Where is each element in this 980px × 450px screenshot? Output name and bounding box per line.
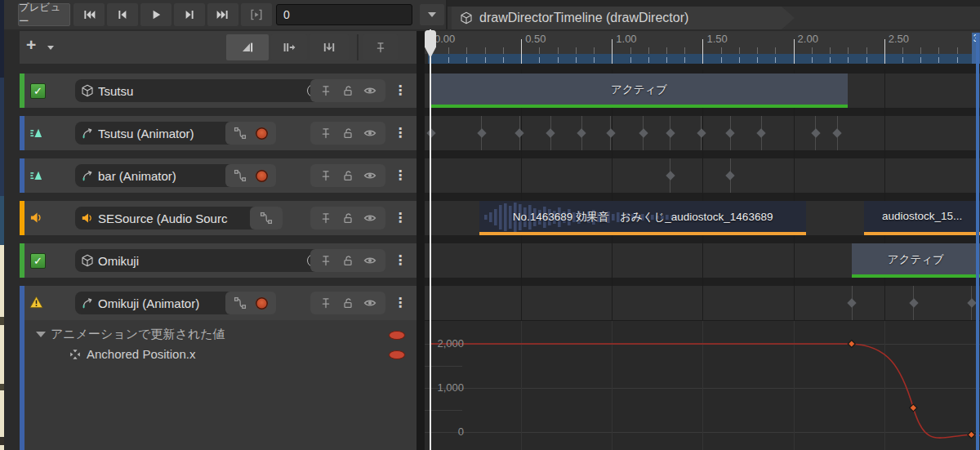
timeline-clip[interactable]: No.1463689 効果音 おみくじ_audiostock_1463689: [479, 201, 806, 235]
clip-duration-bar: [430, 105, 848, 108]
animation-track-icon: [29, 168, 43, 182]
track-header-tsutsu-animator-[interactable]: Tsutsu (Animator)⋮: [24, 116, 416, 150]
record-button[interactable]: [256, 297, 268, 310]
lock-track-button[interactable]: [341, 169, 354, 182]
play-range-button[interactable]: [241, 3, 272, 26]
playhead-line[interactable]: [430, 29, 431, 450]
track-menu-button[interactable]: ⋮: [394, 252, 407, 268]
play-icon: [149, 8, 163, 21]
preview-toggle-button[interactable]: プレビュー: [18, 3, 70, 26]
range-bar-tick: [684, 57, 685, 63]
track-header-tsutsu[interactable]: ✓Tsutsu⋮: [24, 74, 416, 108]
range-bar-tick: [957, 57, 958, 63]
ruler-minor-tick: [866, 47, 867, 54]
track-name-field[interactable]: Omikuji: [75, 249, 323, 272]
range-bar-tick: [630, 57, 631, 63]
skip-to-end-button[interactable]: [207, 3, 238, 26]
track-active-checkbox[interactable]: ✓: [30, 253, 46, 269]
lock-track-button[interactable]: [341, 212, 354, 225]
track-name-label: Omikuji (Animator): [98, 296, 246, 310]
cube-icon: [81, 84, 94, 97]
mute-track-button[interactable]: [363, 212, 376, 225]
curves-toggle-button[interactable]: [234, 296, 247, 310]
curves-toggle-button[interactable]: [234, 127, 247, 140]
track-name-label: Omikuji: [98, 254, 303, 268]
ruler-minor-tick: [757, 47, 758, 54]
previous-frame-button[interactable]: [107, 3, 138, 26]
track-name-label: SESource (Audio Sourc: [98, 212, 262, 225]
track-menu-button[interactable]: ⋮: [394, 295, 407, 310]
record-button[interactable]: [256, 170, 268, 182]
ruler-minor-tick: [775, 47, 776, 54]
frame-field[interactable]: 0: [276, 4, 412, 25]
lock-track-button[interactable]: [341, 127, 354, 140]
lock-track-button[interactable]: [341, 84, 354, 97]
track-header-bar-animator-[interactable]: bar (Animator)⋮: [24, 158, 416, 193]
vertical-scrollbar[interactable]: [976, 33, 979, 450]
pin-track-button[interactable]: [319, 169, 332, 182]
breadcrumb[interactable]: drawDirectorTimeline (drawDirector): [452, 7, 795, 29]
clip-duration-bar: [852, 274, 980, 278]
record-button[interactable]: [256, 127, 268, 140]
mute-track-button[interactable]: [363, 127, 376, 140]
track-menu-button[interactable]: ⋮: [394, 82, 407, 98]
lock-track-button[interactable]: [341, 296, 354, 310]
track-header-sesource-audio-sourc[interactable]: SESource (Audio Sourc⋮: [24, 201, 416, 235]
mute-track-button[interactable]: [363, 169, 376, 182]
tab-strip: [448, 0, 980, 7]
range-bar-tick: [848, 57, 849, 63]
timeline-clip[interactable]: audiostock_15...: [864, 201, 980, 235]
next-frame-button[interactable]: [174, 3, 205, 26]
range-bar-tick: [576, 57, 577, 63]
frame-dropdown-button[interactable]: [420, 4, 444, 25]
track-menu-button[interactable]: ⋮: [394, 125, 407, 140]
mix-mode-button[interactable]: [226, 34, 269, 60]
pin-track-button[interactable]: [319, 127, 332, 140]
curves-toggle-button[interactable]: [260, 212, 273, 225]
range-bar-tick: [938, 57, 939, 63]
add-track-caret-icon[interactable]: [47, 46, 54, 50]
pin-track-button[interactable]: [319, 212, 332, 225]
track-markers-button[interactable]: [363, 34, 398, 60]
animated-values-group-label[interactable]: アニメーションで更新された値: [51, 327, 225, 342]
mute-track-button[interactable]: [363, 254, 376, 267]
replace-mode-button[interactable]: [310, 34, 349, 60]
ruler-major-tick: [521, 39, 522, 64]
curve-editor[interactable]: 2,0001,0000: [425, 320, 980, 450]
ripple-mode-button[interactable]: [271, 34, 307, 60]
curves-record-group: [225, 122, 276, 145]
range-bar-tick: [666, 57, 667, 63]
track-menu-button[interactable]: ⋮: [394, 210, 407, 225]
mute-track-button[interactable]: [363, 84, 376, 97]
ruler-minor-tick: [830, 47, 831, 54]
track-header-omikuji-animator-[interactable]: Omikuji (Animator)⋮: [24, 286, 416, 320]
pin-track-button[interactable]: [319, 254, 332, 267]
track-header-omikuji[interactable]: ✓Omikuji⋮: [24, 243, 416, 278]
lock-track-button[interactable]: [341, 254, 354, 267]
track-menu-button[interactable]: ⋮: [394, 167, 407, 183]
pin-track-button[interactable]: [319, 296, 332, 310]
play-button[interactable]: [140, 3, 172, 26]
skip-to-start-button[interactable]: [74, 3, 105, 26]
track-options-group: [310, 79, 385, 102]
skip-to-start-icon: [82, 8, 96, 21]
range-bar-tick: [485, 57, 486, 63]
panel-divider[interactable]: [416, 31, 425, 450]
track-name-field[interactable]: Tsutsu: [75, 79, 323, 102]
add-track-button[interactable]: +: [26, 36, 36, 53]
track-active-checkbox[interactable]: ✓: [30, 83, 46, 99]
timeline-clip[interactable]: アクティブ: [430, 74, 848, 108]
collapse-triangle-icon[interactable]: [36, 332, 46, 337]
mute-track-button[interactable]: [363, 296, 376, 310]
pin-track-button[interactable]: [319, 84, 332, 97]
timeline-clip[interactable]: アクティブ: [852, 243, 980, 278]
timeline-range-bar[interactable]: [428, 54, 975, 64]
ruler-tick-label: 2.00: [798, 33, 818, 45]
curves-group: [250, 207, 283, 229]
range-bar-tick: [812, 57, 813, 63]
anim-curve[interactable]: [425, 321, 980, 450]
animated-property-label[interactable]: Anchored Position.x: [87, 347, 195, 361]
ruler-major-tick: [612, 39, 612, 64]
curves-toggle-button[interactable]: [234, 169, 247, 182]
breadcrumb-title: drawDirectorTimeline (drawDirector): [479, 11, 688, 25]
